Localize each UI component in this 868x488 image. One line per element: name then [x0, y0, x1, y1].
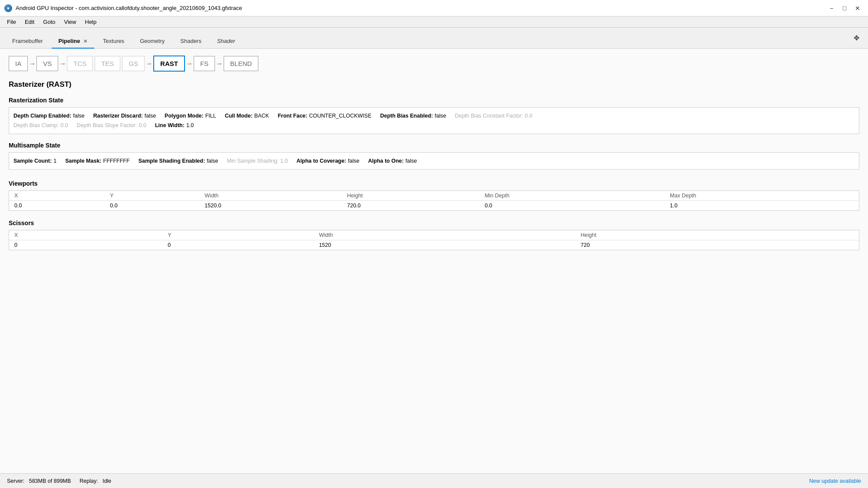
menu-file[interactable]: File: [3, 17, 20, 26]
scissor-col-x: X: [9, 230, 163, 240]
tab-pipeline-close[interactable]: ✕: [83, 39, 87, 44]
tab-textures[interactable]: Textures: [96, 34, 131, 49]
status-left: Server: 583MB of 899MB Replay: Idle: [7, 478, 111, 484]
scissor-width: 1520: [314, 240, 576, 250]
viewport-x: 0.0: [9, 201, 105, 211]
replay-state: Idle: [102, 478, 111, 484]
depth-bias-enabled-value: false: [435, 113, 446, 119]
tab-shaders[interactable]: Shaders: [173, 34, 208, 49]
pipeline-stages: IA → VS → TCS TES GS → RAST → FS → BLEND: [9, 56, 859, 72]
min-sample-shading-value: 1.0: [280, 158, 287, 164]
menu-goto[interactable]: Goto: [40, 17, 59, 26]
stage-fs[interactable]: FS: [194, 56, 215, 71]
arrow-rast-fs: →: [185, 60, 194, 68]
close-button[interactable]: ✕: [851, 2, 864, 14]
viewport-col-height: Height: [342, 191, 479, 201]
minimize-button[interactable]: −: [825, 2, 838, 14]
app-icon: ●: [4, 4, 12, 12]
rasterization-state-title: Rasterization State: [9, 97, 859, 104]
cull-mode-value: BACK: [254, 113, 269, 119]
tab-framebuffer[interactable]: Framebuffer: [5, 34, 50, 49]
sample-mask-label: Sample Mask:: [65, 158, 101, 164]
polygon-mode-label: Polygon Mode:: [165, 113, 204, 119]
tab-shader[interactable]: Shader: [210, 34, 242, 49]
tab-geometry[interactable]: Geometry: [133, 34, 172, 49]
viewport-width: 1520.0: [199, 201, 342, 211]
sample-shading-enabled-value: false: [207, 158, 218, 164]
arrow-gs-rast: →: [145, 60, 153, 68]
rasterization-row-2: Depth Bias Clamp: 0.0 Depth Bias Slope F…: [13, 121, 855, 130]
server-of: of: [48, 478, 52, 484]
menu-help[interactable]: Help: [82, 17, 100, 26]
front-face-label: Front Face:: [278, 113, 307, 119]
sample-count-value: 1: [53, 158, 56, 164]
rasterizer-discard-value: false: [145, 113, 156, 119]
title-bar: ● Android GPU Inspector - com.activision…: [0, 0, 868, 16]
viewports-title: Viewports: [9, 180, 859, 187]
depth-bias-constant-factor-label: Depth Bias Constant Factor:: [455, 113, 523, 119]
alpha-to-coverage-value: false: [348, 158, 359, 164]
depth-bias-slope-factor-label: Depth Bias Slope Factor:: [77, 122, 137, 128]
multisample-state-title: Multisample State: [9, 142, 859, 149]
line-width-label: Line Width:: [155, 122, 185, 128]
viewport-y: 0.0: [105, 201, 199, 211]
depth-bias-clamp-label: Depth Bias Clamp:: [13, 122, 59, 128]
viewports-header-row: X Y Width Height Min Depth Max Depth: [9, 191, 859, 201]
tabs-left: Framebuffer Pipeline ✕ Textures Geometry…: [5, 34, 242, 48]
min-sample-shading-label: Min Sample Shading:: [227, 158, 279, 164]
arrow-vs-tcs: →: [58, 60, 67, 68]
scissors-title: Scissors: [9, 219, 859, 226]
title-bar-controls: − □ ✕: [825, 2, 864, 14]
table-row: 0.0 0.0 1520.0 720.0 0.0 1.0: [9, 201, 859, 211]
menu-view[interactable]: View: [61, 17, 80, 26]
depth-clamp-value: false: [73, 113, 84, 119]
stage-gs[interactable]: GS: [122, 56, 145, 71]
window-title: Android GPU Inspector - com.activision.c…: [16, 5, 242, 11]
stage-vs[interactable]: VS: [36, 56, 58, 71]
viewport-col-min-depth: Min Depth: [479, 191, 665, 201]
stage-blend[interactable]: BLEND: [224, 56, 258, 71]
multisample-state-table: Sample Count: 1 Sample Mask: FFFFFFFF Sa…: [9, 152, 859, 170]
scissors-header-row: X Y Width Height: [9, 230, 859, 240]
table-row: 0 0 1520 720: [9, 240, 859, 250]
scissors-table: X Y Width Height 0 0 1520 720: [9, 230, 859, 250]
expand-icon[interactable]: ✥: [850, 32, 863, 44]
depth-bias-slope-factor-value: 0.0: [139, 122, 146, 128]
tab-pipeline[interactable]: Pipeline ✕: [52, 34, 94, 49]
replay-label: Replay:: [79, 478, 98, 484]
depth-bias-enabled-label: Depth Bias Enabled:: [380, 113, 433, 119]
stage-tes[interactable]: TES: [95, 56, 120, 71]
server-used: 583MB: [29, 478, 46, 484]
scissor-col-height: Height: [575, 230, 859, 240]
depth-bias-clamp-value: 0.0: [60, 122, 68, 128]
menu-edit[interactable]: Edit: [21, 17, 38, 26]
sample-count-label: Sample Count:: [13, 158, 52, 164]
cull-mode-label: Cull Mode:: [225, 113, 253, 119]
arrow-fs-blend: →: [215, 60, 224, 68]
update-link[interactable]: New update available: [809, 478, 861, 484]
tabs-bar: Framebuffer Pipeline ✕ Textures Geometry…: [0, 28, 868, 49]
viewport-col-width: Width: [199, 191, 342, 201]
scissor-height: 720: [575, 240, 859, 250]
menu-bar: File Edit Goto View Help: [0, 16, 868, 28]
alpha-to-one-value: false: [406, 158, 417, 164]
viewport-height: 720.0: [342, 201, 479, 211]
rasterization-state-table: Depth Clamp Enabled: false Rasterizer Di…: [9, 107, 859, 134]
scissors-section: Scissors X Y Width Height 0 0 1520 720: [9, 219, 859, 250]
polygon-mode-value: FILL: [205, 113, 216, 119]
stage-rast[interactable]: RAST: [153, 56, 185, 72]
sample-mask-value: FFFFFFFF: [103, 158, 130, 164]
alpha-to-coverage-label: Alpha to Coverage:: [297, 158, 347, 164]
line-width-value: 1.0: [186, 122, 194, 128]
maximize-button[interactable]: □: [838, 2, 851, 14]
replay-status: Replay: Idle: [79, 478, 111, 484]
main-content: IA → VS → TCS TES GS → RAST → FS → BLEND…: [0, 49, 868, 473]
viewport-col-max-depth: Max Depth: [665, 191, 859, 201]
rasterization-row-1: Depth Clamp Enabled: false Rasterizer Di…: [13, 111, 855, 121]
stage-ia[interactable]: IA: [9, 56, 28, 71]
front-face-value: COUNTER_CLOCKWISE: [309, 113, 372, 119]
multisample-row-1: Sample Count: 1 Sample Mask: FFFFFFFF Sa…: [13, 156, 855, 166]
scissor-col-y: Y: [162, 230, 314, 240]
rasterizer-title: Rasterizer (RAST): [9, 80, 859, 89]
stage-tcs[interactable]: TCS: [67, 56, 93, 71]
